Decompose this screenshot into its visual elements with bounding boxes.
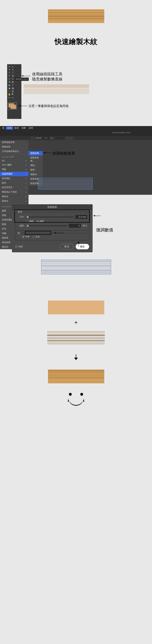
dropdown-item[interactable]: 轉換為以下形狀▸ [0,190,28,194]
arrow-to-swatch [18,106,27,106]
options-label: 選項 [17,210,23,214]
toolbar-section: ▸▭✦↯T╱✎◔✂↻✥▤◐✶◉◨⬚⊞✋🔍▸▭ 線段區段工具 (\) 使用線段區段… [0,64,152,119]
tool-cell[interactable]: ✶ [11,84,14,86]
wood-texture-result-top [48,9,104,23]
wood-texture-result-bottom [48,370,104,383]
radio-smooth[interactable]: 平滑 [22,235,29,238]
tan-rectangle [48,300,104,314]
app-menubar: 取 效果 檢視 視窗 說明 [0,126,152,130]
submenu-item[interactable]: 變形... [28,168,43,172]
annotation-strokefill: 注意！筆畫與填色設定為同色 [28,104,69,108]
tool-cell[interactable]: ↯ [11,68,14,71]
options-bar: 不透明度: 100% 樣式: [0,136,152,140]
submenu-item[interactable]: 粗糙效果... [28,151,43,156]
tool-tooltip: 線段區段工具 (\) [15,78,29,81]
dialog-section: 粗糙效果 選項 尺寸: 0.4 mm 相對 絕對 細部: 5 /英寸 [0,204,152,274]
tool-cell[interactable]: ▸ [8,65,11,68]
submenu-item[interactable]: 縮攏與膨脹... [28,156,43,163]
size-slider[interactable] [26,217,74,217]
radio-corner[interactable]: 尖角 [32,235,40,238]
dropdown-item[interactable]: 點陣化▸ [0,199,28,203]
detail-unit: /英寸 [82,224,87,227]
dropdown-item[interactable]: 裁切標記▸ [0,176,28,181]
dropdown-item[interactable]: 路徑▸ [0,181,28,185]
tool-cell[interactable]: ✋ [8,93,11,96]
style-label: 樣式: [50,137,54,139]
smiley-icon [66,393,86,407]
dropdown-item[interactable]: 套用粗糙效果 [0,140,28,144]
arrow-to-linetool [22,76,30,76]
dialog-title: 粗糙效果 [12,204,93,210]
tool-cell[interactable]: 🔍 [11,93,14,96]
dropdown-item[interactable]: 粗糙效果 [0,144,28,149]
opacity-value[interactable]: 100% [43,137,49,139]
menu-effects[interactable]: 效果 [6,126,13,130]
app-titlebar: Adobe Illustrator 2021 [0,130,152,136]
selected-lines-preview [38,178,93,190]
tool-cell[interactable]: T [8,71,11,74]
annotation-roughen: 使用粗糙效果 [52,151,75,156]
menu-window[interactable]: 視窗 [20,126,27,130]
tool-cell[interactable]: ◐ [8,84,11,86]
tool-cell[interactable]: ╱ [11,71,14,74]
tool-cell[interactable]: ↻ [11,77,14,80]
plus-icon: + [0,319,152,326]
tool-cell[interactable]: ▭ [11,65,14,68]
tool-cell[interactable]: ▸ [8,96,11,99]
size-input[interactable]: 0.4 mm [75,215,87,219]
detail-label: 細部: [17,224,24,227]
detail-slider[interactable] [26,226,67,226]
radio-absolute[interactable]: 絕對 [37,220,44,223]
menu-view[interactable]: 檢視 [13,126,20,130]
menu-help[interactable]: 說明 [27,126,34,130]
preview-check[interactable]: ✓預視 [15,245,23,248]
stroke-fill-swatch [7,102,17,110]
dropdown-item[interactable]: 3D▸ [0,159,28,163]
roughened-lines-preview [41,260,111,274]
arrow-from-ok-head [78,242,80,243]
tool-cell[interactable]: ⬚ [8,90,11,93]
submenu-item[interactable]: 螺旋... [28,163,43,168]
illustrator-toolbar: ▸▭✦↯T╱✎◔✂↻✥▤◐✶◉◨⬚⊞✋🔍▸▭ [7,64,21,119]
tool-cell[interactable]: ⊞ [11,90,14,93]
dropdown-item[interactable]: 風格化▸ [0,194,28,199]
points-label: 點 [17,232,21,235]
rough-lines-isolated [48,330,104,344]
arrow-adjust-1 [94,216,101,216]
tool-cell[interactable]: ▭ [11,96,14,99]
roughen-dialog: 粗糙效果 選項 尺寸: 0.4 mm 相對 絕對 細部: 5 /英寸 [12,204,93,252]
dropdown-item[interactable]: 彎曲▸ [0,167,28,172]
submenu-item[interactable]: 鋸齒化... [28,172,43,177]
tool-cell[interactable]: ◉ [8,86,11,90]
style-dropdown[interactable] [56,138,63,138]
tool-cell[interactable]: ✥ [8,80,11,84]
ok-button[interactable]: 確定 [76,244,89,250]
tool-cell[interactable]: ◨ [11,86,14,90]
size-label: 尺寸: [17,216,24,218]
tool-cell[interactable]: ▤ [11,80,14,84]
tool-cell[interactable]: ✂ [8,77,11,80]
dropdown-item[interactable]: 路徑管理員▸ [0,185,28,190]
menu-select[interactable]: 取 [1,126,6,130]
detail-input[interactable]: 5 [69,224,81,228]
opt-icon-1[interactable] [66,137,68,139]
menu-section: 取 效果 檢視 視窗 說明 Adobe Illustrator 2021 不透明… [0,126,152,195]
arrow-to-roughen [44,153,51,153]
opacity-label: 不透明度: [35,137,42,139]
points-group: 點 平滑 尖角 [15,233,89,240]
tool-cell[interactable]: ✦ [8,68,11,71]
dropdown-item[interactable]: SVG 濾鏡▸ [0,163,28,167]
opt-icon-3[interactable] [71,137,74,139]
combine-section: + [0,300,152,407]
page-title: 快速繪製木紋 [0,37,152,46]
opt-icon-2[interactable] [68,137,71,139]
annotation-adjust: 微調數值 [96,227,113,233]
tool-cell[interactable]: ✎ [8,74,11,77]
annotation-linetool: 使用線段區段工具 隨意繪製數條直線 [32,72,62,82]
cancel-button[interactable]: 取消 [60,244,74,250]
radio-relative[interactable]: 相對 [26,220,34,223]
dropdown-item[interactable]: 扭曲與變形▸ [0,172,28,176]
dropdown-item[interactable]: 文件點陣效果設定... [0,149,28,154]
tool-cell[interactable]: ◔ [11,74,14,77]
app-name: Adobe Illustrator 2021 [112,132,131,134]
